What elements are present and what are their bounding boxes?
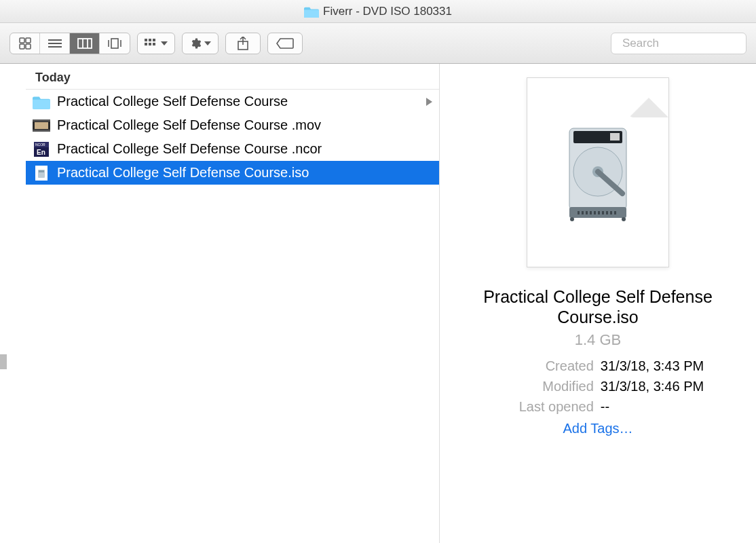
svg-rect-16 bbox=[145, 43, 147, 45]
view-icons-button[interactable] bbox=[10, 33, 40, 54]
svg-rect-3 bbox=[26, 44, 31, 49]
column-group-header: Today bbox=[26, 64, 439, 90]
preview-pane: Practical College Self Defense Course.is… bbox=[440, 64, 756, 543]
svg-rect-10 bbox=[111, 39, 118, 48]
search-input[interactable] bbox=[622, 37, 756, 50]
modified-label: Modified bbox=[492, 376, 594, 396]
search-field[interactable] bbox=[611, 33, 746, 54]
toolbar bbox=[0, 23, 756, 64]
hard-drive-icon bbox=[557, 121, 639, 223]
svg-point-50 bbox=[622, 217, 626, 221]
svg-rect-0 bbox=[20, 38, 24, 43]
movie-file-icon bbox=[33, 118, 50, 133]
chevron-right-icon bbox=[426, 98, 432, 106]
svg-point-49 bbox=[570, 217, 574, 221]
svg-rect-40 bbox=[582, 211, 584, 214]
svg-rect-43 bbox=[594, 211, 596, 214]
file-name: Practical College Self Defense Course .m… bbox=[57, 117, 321, 133]
svg-text:En: En bbox=[37, 149, 45, 156]
svg-rect-1 bbox=[26, 38, 31, 43]
created-label: Created bbox=[492, 356, 594, 376]
file-row[interactable]: Practical College Self Defense Course .m… bbox=[26, 113, 439, 137]
file-column: Today Practical College Self Defense Cou… bbox=[26, 64, 440, 543]
view-gallery-button[interactable] bbox=[100, 33, 130, 54]
svg-rect-48 bbox=[614, 211, 616, 214]
svg-rect-47 bbox=[610, 211, 612, 214]
preview-file-size: 1.4 GB bbox=[575, 331, 621, 349]
file-name: Practical College Self Defense Course.is… bbox=[57, 165, 309, 181]
title-bar: Fiverr - DVD ISO 180331 bbox=[0, 0, 756, 23]
last-opened-label: Last opened bbox=[492, 396, 594, 417]
svg-rect-42 bbox=[590, 211, 592, 214]
last-opened-value: -- bbox=[601, 396, 609, 417]
add-tags-button[interactable]: Add Tags… bbox=[563, 421, 632, 436]
preview-file-name: Practical College Self Defense Course.is… bbox=[469, 286, 727, 327]
file-row[interactable]: EnNCOR Practical College Self Defense Co… bbox=[26, 137, 439, 161]
svg-rect-13 bbox=[145, 39, 147, 41]
folder-icon bbox=[304, 5, 319, 18]
view-mode-selector bbox=[10, 33, 130, 54]
encore-file-icon: EnNCOR bbox=[33, 142, 50, 157]
svg-rect-41 bbox=[586, 211, 588, 214]
chevron-down-icon bbox=[161, 41, 168, 45]
svg-rect-25 bbox=[33, 130, 50, 132]
action-dropdown[interactable] bbox=[182, 33, 219, 54]
svg-rect-7 bbox=[78, 39, 92, 48]
svg-rect-17 bbox=[149, 43, 151, 45]
created-value: 31/3/18, 3:43 PM bbox=[601, 356, 704, 376]
svg-rect-23 bbox=[35, 122, 48, 129]
file-name: Practical College Self Defense Course bbox=[57, 94, 288, 109]
svg-rect-15 bbox=[153, 39, 155, 41]
file-row[interactable]: Practical College Self Defense Course.is… bbox=[26, 161, 439, 185]
svg-rect-2 bbox=[20, 44, 24, 49]
arrange-dropdown[interactable] bbox=[137, 33, 175, 54]
svg-rect-35 bbox=[610, 133, 620, 141]
modified-value: 31/3/18, 3:46 PM bbox=[601, 376, 704, 396]
folder-icon bbox=[33, 94, 50, 109]
file-name: Practical College Self Defense Course .n… bbox=[57, 141, 322, 157]
share-button[interactable] bbox=[225, 33, 261, 54]
preview-metadata: Created 31/3/18, 3:43 PM Modified 31/3/1… bbox=[492, 356, 704, 417]
file-preview-thumbnail[interactable] bbox=[527, 77, 669, 267]
previous-column[interactable] bbox=[0, 64, 26, 543]
iso-file-icon bbox=[33, 166, 50, 181]
file-row[interactable]: Practical College Self Defense Course bbox=[26, 90, 439, 113]
edit-tags-button[interactable] bbox=[267, 33, 303, 54]
svg-rect-45 bbox=[602, 211, 604, 214]
svg-rect-32 bbox=[39, 170, 44, 172]
view-columns-button[interactable] bbox=[70, 33, 100, 54]
window-title: Fiverr - DVD ISO 180331 bbox=[323, 5, 452, 18]
main-area: Today Practical College Self Defense Cou… bbox=[0, 64, 756, 543]
svg-rect-18 bbox=[153, 43, 155, 45]
svg-rect-39 bbox=[578, 211, 580, 214]
svg-rect-46 bbox=[606, 211, 608, 214]
svg-rect-24 bbox=[33, 119, 50, 121]
svg-rect-14 bbox=[149, 39, 151, 41]
svg-text:NCOR: NCOR bbox=[35, 143, 45, 147]
view-list-button[interactable] bbox=[40, 33, 70, 54]
chevron-down-icon bbox=[204, 41, 211, 45]
svg-rect-44 bbox=[598, 211, 600, 214]
